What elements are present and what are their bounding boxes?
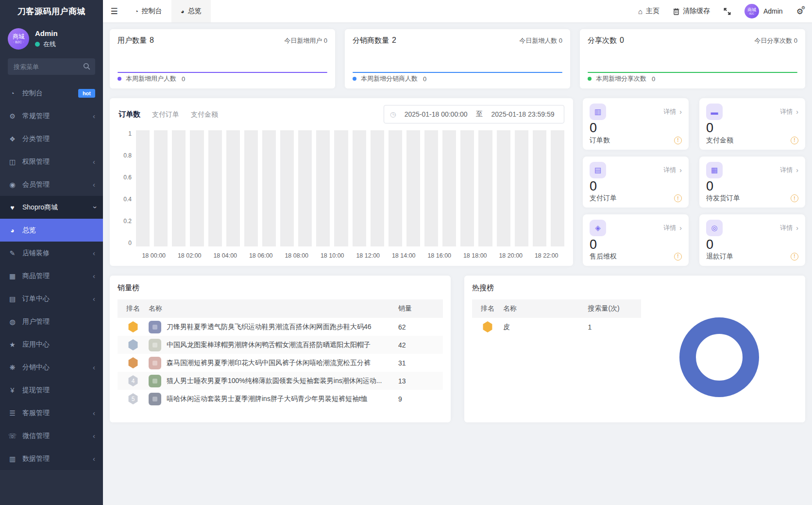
menu-toggle-icon[interactable]: ☰ xyxy=(103,0,125,22)
tab-paid-amount[interactable]: 支付金额 xyxy=(191,110,218,119)
avatar-text: 商城 xyxy=(13,34,24,40)
table-row: 森马国潮短裤男夏季潮印花大码中国风裤子休闲嘻哈潮流宽松五分裤31 xyxy=(118,354,443,372)
date-range-picker[interactable]: ◷ 2025-01-18 00:00:00 至 2025-01-18 23:59… xyxy=(384,105,564,123)
fullscreen-icon[interactable] xyxy=(724,8,731,15)
stat-title-wrap: 分享次数0 xyxy=(588,36,624,45)
sidebar-item-label: 分销中心 xyxy=(22,363,50,372)
orders-chart-tabs: 订单数 支付订单 支付金额 xyxy=(118,110,218,119)
detail-label: 待发货订单 xyxy=(706,194,740,203)
stat-card-0: 用户数量8今日新增用户 0本周新增用户人数0 xyxy=(110,29,335,88)
sidebar-item-general[interactable]: ⚙常规管理‹ xyxy=(0,104,103,127)
y-tick-label: 0 xyxy=(128,240,132,246)
hour-bar xyxy=(460,130,474,246)
sidebar-item-user[interactable]: ◍用户管理 xyxy=(0,310,103,333)
sidebar-item-goods[interactable]: ▦商品管理‹ xyxy=(0,264,103,287)
detail-link[interactable]: 详情› xyxy=(780,224,798,232)
hour-bar xyxy=(406,130,420,246)
avatar[interactable]: 商城 · B2C · xyxy=(8,28,29,50)
name-cell: 森马国潮短裤男夏季潮印花大码中国风裤子休闲嘻哈潮流宽松五分裤 xyxy=(149,357,398,369)
detail-link[interactable]: 详情› xyxy=(780,107,798,116)
admin-menu[interactable]: 商城 · B2C · Admin xyxy=(744,4,783,18)
hour-bar xyxy=(424,130,438,246)
hour-bar xyxy=(226,130,240,246)
sidebar-item-overview[interactable]: ◕总览 xyxy=(0,219,103,242)
list-icon: ☰ xyxy=(8,409,17,417)
y-tick-label: 0.2 xyxy=(123,218,132,225)
table-row: 皮1 xyxy=(472,318,641,336)
detail-card-top: ▤详情› xyxy=(590,162,682,178)
sidebar-item-decorate[interactable]: ✎店铺装修‹ xyxy=(0,242,103,264)
detail-card-bottom: 订单数! xyxy=(590,136,682,145)
sidebar-item-console[interactable]: ◔控制台hot xyxy=(0,82,103,104)
tab-paid-orders[interactable]: 支付订单 xyxy=(152,110,179,119)
rank-cell: 4 xyxy=(118,375,149,386)
clear-cache-button[interactable]: 清除缓存 xyxy=(673,7,710,16)
sidebar-item-label: 分类管理 xyxy=(22,135,50,143)
table-row: 4猫人男士睡衣男夏季100%纯棉薄款圆领套头短袖套装男ins潮休闲运动...13 xyxy=(118,372,443,390)
sidebar-item-commission[interactable]: ❋分销中心‹ xyxy=(0,356,103,379)
stat-cards-row: 用户数量8今日新增用户 0本周新增用户人数0分销商数量2今日新增人数 0本周新增… xyxy=(110,29,805,88)
detail-link[interactable]: 详情› xyxy=(780,166,798,174)
menu-search-input[interactable] xyxy=(8,58,95,75)
stat-today-label: 今日新增用户 0 xyxy=(284,36,327,45)
sidebar-item-order[interactable]: ▤订单中心‹ xyxy=(0,287,103,310)
sidebar-item-service[interactable]: ☰客服管理‹ xyxy=(0,401,103,424)
detail-card-4: ◈详情›0售后维权! xyxy=(583,214,689,266)
date-end-value[interactable]: 2025-01-18 23:59:59 xyxy=(488,110,558,118)
sidebar-item-withdraw[interactable]: ¥提现管理 xyxy=(0,379,103,401)
chevron-right-icon: › xyxy=(679,108,682,116)
date-start-value[interactable]: 2025-01-18 00:00:00 xyxy=(401,110,471,118)
hour-bar xyxy=(316,130,330,246)
tab-overview[interactable]: ◕ 总览 xyxy=(171,0,211,22)
stat-footer-value: 0 xyxy=(652,75,655,83)
x-tick-label: 18 14:00 xyxy=(386,252,422,259)
x-axis: 18 00:0018 02:0018 04:0018 06:0018 08:00… xyxy=(136,246,564,259)
home-link[interactable]: ⌂ 主页 xyxy=(638,7,660,16)
settings-icon[interactable]: ⚙ ⚙ xyxy=(796,7,803,16)
sidebar-item-auth[interactable]: ◫权限管理‹ xyxy=(0,150,103,173)
detail-link[interactable]: 详情› xyxy=(663,166,682,174)
product-thumbnail xyxy=(149,375,161,387)
detail-link[interactable]: 详情› xyxy=(663,107,682,116)
sidebar-item-label: 微信管理 xyxy=(22,432,50,440)
menu-search xyxy=(8,58,95,75)
rank-cell: 5 xyxy=(118,393,149,404)
detail-link[interactable]: 详情› xyxy=(663,224,682,232)
detail-cards-grid: ▥详情›0订单数!▬详情›0支付金额!▤详情›0支付订单!▦详情›0待发货订单!… xyxy=(583,98,805,266)
y-tick-label: 0.8 xyxy=(123,152,132,159)
chevron-right-icon: › xyxy=(796,224,798,232)
sidebar-item-label: 权限管理 xyxy=(22,157,50,166)
product-name: 中国风龙图案棒球帽男潮牌休闲鸭舌帽女潮流百搭防晒遮阳太阳帽子 xyxy=(167,341,371,349)
x-tick-label: 18 22:00 xyxy=(529,252,565,259)
tab-order-count[interactable]: 订单数 xyxy=(118,110,140,119)
profile-status: 在线 xyxy=(35,40,58,49)
content: 用户数量8今日新增用户 0本周新增用户人数0分销商数量2今日新增人数 0本周新增… xyxy=(103,22,812,505)
pie-icon: ◕ xyxy=(181,8,185,15)
stat-footer-value: 0 xyxy=(182,75,185,83)
clear-cache-label: 清除缓存 xyxy=(683,7,710,16)
stat-today-label: 今日分享次数 0 xyxy=(754,36,797,45)
detail-card-top: ▥详情› xyxy=(590,104,682,120)
goods-box-icon: ▦ xyxy=(8,272,17,280)
chevron-left-icon: ‹ xyxy=(93,272,95,280)
hot-search-donut-chart xyxy=(679,317,759,397)
sidebar-item-app[interactable]: ★应用中心 xyxy=(0,333,103,356)
tab-console[interactable]: ◔ 控制台 xyxy=(125,0,171,22)
col-name-label: 名称 xyxy=(149,304,162,313)
hour-bar xyxy=(244,130,258,246)
chevron-left-icon: ‹ xyxy=(93,409,95,417)
sidebar-item-member[interactable]: ◉会员管理‹ xyxy=(0,173,103,196)
table-row: 刀锋男鞋夏季透气防臭飞织运动鞋男潮流百搭休闲网面跑步鞋大码4662 xyxy=(118,318,443,336)
sidebar-item-wechat[interactable]: ☏微信管理‹ xyxy=(0,424,103,447)
sidebar-item-data[interactable]: ▥数据管理‹ xyxy=(0,447,103,470)
hot-badge: hot xyxy=(78,89,95,98)
sales-rank-title: 销量榜 xyxy=(118,283,443,293)
col-name-header: 名称 xyxy=(503,304,588,313)
col-value-header: 销量 xyxy=(398,304,443,313)
name-cell: 皮 xyxy=(503,323,588,331)
sidebar-item-category[interactable]: ❖分类管理 xyxy=(0,127,103,150)
detail-card-bottom: 支付订单! xyxy=(590,194,682,203)
x-tick-label: 18 18:00 xyxy=(457,252,493,259)
rank-badge-icon xyxy=(128,321,138,332)
sidebar-item-shopro[interactable]: ♥Shopro商城‹ xyxy=(0,196,103,219)
